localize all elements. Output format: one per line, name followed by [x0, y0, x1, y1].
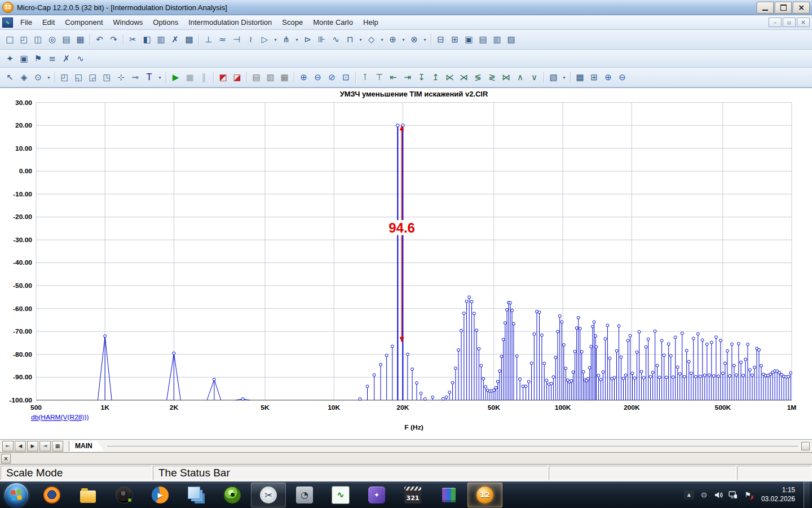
spectrum-chart[interactable]: 30.0020.0010.000.00-10.00-20.00-30.00-40…: [0, 88, 812, 439]
plot-window[interactable]: 30.0020.0010.000.00-10.00-20.00-30.00-40…: [0, 87, 812, 439]
bookmark-flag-button[interactable]: ⚑: [31, 52, 45, 65]
page-list-button[interactable]: ▦: [52, 441, 63, 452]
redo-button[interactable]: ↷: [107, 33, 121, 46]
go-to-low-button[interactable]: ≶: [471, 71, 485, 84]
component-panel-button[interactable]: ▨: [504, 33, 518, 46]
menu-file[interactable]: File: [15, 16, 37, 28]
go-to-x-button[interactable]: ↥: [429, 71, 443, 84]
menu-scope[interactable]: Scope: [277, 16, 308, 28]
child-minimize-button[interactable]: –: [769, 17, 782, 27]
volume-icon[interactable]: [714, 490, 723, 500]
macro-component-button[interactable]: ⊕: [386, 33, 400, 46]
pause-analysis-button[interactable]: ‖: [197, 71, 211, 84]
capacitor-component-button[interactable]: ⊣: [230, 33, 244, 46]
local-max-button[interactable]: ∨: [527, 71, 541, 84]
go-to-high-button[interactable]: ≷: [485, 71, 499, 84]
undo-button[interactable]: ↶: [92, 33, 107, 46]
graphics-menu[interactable]: ▾: [156, 71, 164, 84]
sine-source-component-button[interactable]: ∿: [329, 33, 343, 46]
new-circuit-button[interactable]: □: [3, 33, 17, 46]
cascade-windows-button[interactable]: ▣: [462, 33, 476, 46]
save-circuit-button[interactable]: ◫: [31, 33, 45, 46]
select-region-button[interactable]: ▣: [17, 52, 31, 65]
taskbar-file-explorer-button[interactable]: [70, 483, 105, 507]
find-file-button[interactable]: ◎: [45, 33, 59, 46]
zoom-rectangle-button[interactable]: ◲: [86, 71, 100, 84]
close-button[interactable]: ×: [793, 2, 810, 14]
taskbar-media-converter-button[interactable]: ✦: [359, 483, 394, 507]
tab-main[interactable]: MAIN: [69, 441, 104, 452]
peak-left-button[interactable]: ⋉: [443, 71, 457, 84]
cut-button[interactable]: ✂: [126, 33, 140, 46]
diode-menu[interactable]: ▾: [272, 33, 279, 46]
taskbar-green-orb-tool-button[interactable]: [215, 483, 250, 507]
show-desktop-button[interactable]: [804, 481, 810, 508]
resistor-component-button[interactable]: ≈: [215, 33, 230, 46]
go-to-y-button[interactable]: ↧: [414, 71, 429, 84]
taskbar-spider-player-button[interactable]: [107, 483, 142, 507]
node-numbers-button[interactable]: ≡: [45, 52, 59, 65]
horizontal-tag-button[interactable]: ⊺: [358, 71, 372, 84]
watch-window-button[interactable]: ▦: [277, 71, 292, 84]
print-button[interactable]: ▦: [73, 33, 87, 46]
clear-marks-button[interactable]: ✗: [59, 52, 73, 65]
zoom-area-button[interactable]: ⊘: [325, 71, 339, 84]
tokens-toggle-button[interactable]: ◪: [230, 71, 244, 84]
taskbar-firefox-button[interactable]: [34, 483, 69, 507]
menu-component[interactable]: Component: [60, 16, 108, 28]
tab-scroll-box[interactable]: [801, 442, 810, 450]
animated-object-button[interactable]: ⊗: [407, 33, 421, 46]
peak-right-button[interactable]: ⋊: [457, 71, 471, 84]
stop-analysis-button[interactable]: ■: [183, 71, 197, 84]
text-tool-button[interactable]: T: [142, 71, 156, 84]
transistor-component-button[interactable]: ⋔: [279, 33, 293, 46]
copy-button[interactable]: ◧: [140, 33, 154, 46]
tile-horizontal-button[interactable]: ▤: [476, 33, 490, 46]
pick-probe-button[interactable]: ⊙: [31, 71, 45, 84]
select-cursor-button[interactable]: ↖: [3, 71, 17, 84]
misc-parts-menu[interactable]: ▾: [421, 33, 429, 46]
child-restore-button[interactable]: ▫: [783, 17, 796, 27]
taskbar-meter-tool-button[interactable]: ◔: [287, 483, 322, 507]
page-last-button[interactable]: ⇥: [39, 441, 51, 452]
state-variables-button[interactable]: ▥: [263, 71, 277, 84]
measurement-annotation[interactable]: 94.6: [383, 125, 421, 342]
menu-intermodulation-distortion[interactable]: Intermodulation Distortion: [183, 16, 277, 28]
taskbar-winrar-button[interactable]: [431, 483, 466, 507]
inductor-component-button[interactable]: ≀: [244, 33, 258, 46]
pan-view-button[interactable]: ✦: [3, 52, 17, 65]
taskbar-oscilloscope-tool-button[interactable]: ∿: [323, 483, 358, 507]
minimize-button[interactable]: [757, 2, 774, 14]
magnify-out-button[interactable]: ⊖: [615, 71, 629, 84]
menu-edit[interactable]: Edit: [37, 16, 60, 28]
page-first-button[interactable]: ⇤: [2, 441, 14, 452]
select-all-button[interactable]: ▩: [182, 33, 196, 46]
dependent-source-component-button[interactable]: ◇: [364, 33, 378, 46]
grid-properties-button[interactable]: ▩: [573, 71, 587, 84]
taskbar-media-player-button[interactable]: ▶: [143, 483, 178, 507]
vertical-tag-button[interactable]: ⊤: [372, 71, 386, 84]
action-center-flag-icon[interactable]: ⚑✗: [743, 490, 753, 500]
start-button[interactable]: [5, 483, 28, 507]
panel-close-button[interactable]: ×: [1, 454, 11, 463]
taskbar-snipping-tool-button[interactable]: ✂: [251, 483, 286, 507]
tray-status-icon[interactable]: ⊙: [699, 490, 709, 500]
zoom-out-mode-button[interactable]: ⊖: [311, 71, 325, 84]
transistor-menu[interactable]: ▾: [293, 33, 301, 46]
copy-to-clipboard-button[interactable]: ▧: [546, 71, 561, 84]
cursor-mode-button[interactable]: ⊹: [114, 71, 128, 84]
clock[interactable]: 1:15 03.02.2026: [758, 486, 798, 503]
open-circuit-button[interactable]: ◰: [17, 33, 31, 46]
menu-options[interactable]: Options: [148, 16, 183, 28]
magnify-in-button[interactable]: ⊕: [601, 71, 615, 84]
taskbar-movie-maker-button[interactable]: 321: [395, 483, 430, 507]
network-icon[interactable]: [729, 490, 738, 500]
source-menu[interactable]: ▾: [357, 33, 364, 46]
dependent-source-menu[interactable]: ▾: [378, 33, 386, 46]
ground-component-button[interactable]: ⊥: [201, 33, 215, 46]
select-mode-button[interactable]: ◰: [58, 71, 72, 84]
pulse-source-component-button[interactable]: ⊓: [343, 33, 357, 46]
child-close-button[interactable]: ×: [797, 17, 810, 27]
numeric-output-button[interactable]: ▤: [249, 71, 263, 84]
show-values-button[interactable]: ⊞: [587, 71, 601, 84]
